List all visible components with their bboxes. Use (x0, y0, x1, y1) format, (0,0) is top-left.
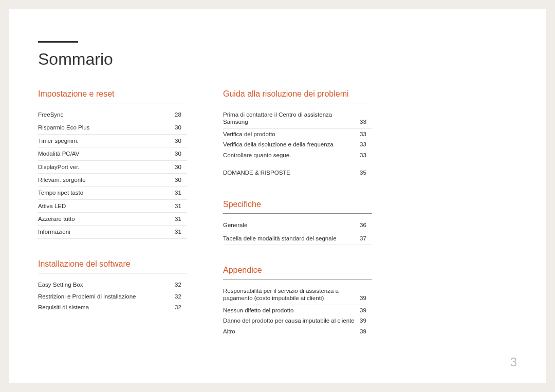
toc-entry-page: 39 (360, 294, 372, 302)
toc-section: Impostazione e resetFreeSync28Risparmio … (38, 89, 187, 239)
toc-entry-page: 33 (360, 130, 372, 138)
toc-section-heading: Appendice (223, 266, 372, 279)
toc-entry[interactable]: Azzerare tutto31 (38, 213, 187, 226)
toc-entry-page: 33 (360, 118, 372, 125)
toc-section-heading: Guida alla risoluzione dei problemi (223, 89, 372, 103)
toc-entry-label: Attiva LED (38, 202, 175, 210)
toc-entry[interactable]: Timer spegnim.30 (38, 135, 187, 147)
toc-section: SpecificheGenerale36Tabella delle modali… (223, 200, 372, 245)
toc-entry-label: Verifica della risoluzione e della frequ… (223, 141, 360, 148)
toc-entry-label: Controllare quanto segue. (223, 152, 360, 159)
toc-entry[interactable]: Prima di contattare il Centro di assiste… (223, 108, 372, 129)
toc-entry[interactable]: Risparmio Eco Plus30 (38, 121, 187, 134)
toc-entry-label: FreeSync (38, 111, 175, 118)
toc-section-heading: Impostazione e reset (38, 89, 187, 103)
toc-entry-page: 31 (175, 228, 187, 235)
toc-entry[interactable]: DOMANDE & RISPOSTE35 (223, 166, 372, 179)
toc-entry-label: Risparmio Eco Plus (38, 124, 175, 131)
toc-entry-label: Informazioni (38, 228, 175, 235)
toc-entry-page: 33 (360, 152, 372, 159)
toc-entry[interactable]: Attiva LED31 (38, 200, 187, 213)
toc-entry[interactable]: Verifica del prodotto33 (223, 129, 372, 139)
toc-entry-label: Timer spegnim. (38, 137, 175, 144)
toc-column-right: Guida alla risoluzione dei problemiPrima… (223, 89, 372, 357)
title-rule (38, 41, 78, 43)
page-title: Sommario (38, 50, 517, 69)
toc-entry-page: 32 (175, 293, 187, 300)
toc-entry-label: Generale (223, 221, 360, 229)
toc-entry[interactable]: DisplayPort ver.30 (38, 161, 187, 174)
toc-entry[interactable]: Danno del prodotto per causa imputabile … (223, 315, 372, 326)
toc-entry-page: 28 (175, 111, 187, 118)
toc-entry-label: DisplayPort ver. (38, 163, 175, 171)
toc-entry[interactable]: FreeSync28 (38, 108, 187, 121)
toc-entry[interactable]: Controllare quanto segue.33 (223, 150, 372, 160)
toc-entry-page: 31 (175, 202, 187, 210)
toc-entry-label: Altro (223, 328, 360, 335)
toc-entry-page: 30 (175, 150, 187, 157)
toc-entry[interactable]: Generale36 (223, 219, 372, 232)
toc-entry-page: 36 (360, 221, 372, 229)
toc-section: Installazione del softwareEasy Setting B… (38, 259, 187, 312)
toc-entry-page: 30 (175, 163, 187, 171)
toc-entry[interactable]: Altro39 (223, 326, 372, 337)
toc-entry-label: Prima di contattare il Centro di assiste… (223, 111, 360, 126)
document-page: Sommario Impostazione e resetFreeSync28R… (9, 9, 546, 383)
toc-entry-page: 32 (175, 281, 187, 288)
toc-entry-label: Responsabilità per il servizio di assist… (223, 287, 360, 302)
toc-entry-label: Danno del prodotto per causa imputabile … (223, 317, 360, 324)
toc-entry[interactable]: Rilevam. sorgente30 (38, 174, 187, 186)
toc-entry-page: 39 (360, 317, 372, 324)
toc-entry-page: 39 (360, 328, 372, 335)
toc-entry-label: Rilevam. sorgente (38, 176, 175, 183)
toc-entry-page: 32 (175, 304, 187, 311)
toc-columns: Impostazione e resetFreeSync28Risparmio … (38, 89, 517, 357)
toc-entry[interactable]: Easy Setting Box32 (38, 278, 187, 291)
toc-entry[interactable]: Informazioni31 (38, 226, 187, 238)
toc-entry-label: DOMANDE & RISPOSTE (223, 169, 360, 176)
toc-entry-label: Requisiti di sistema (38, 304, 175, 311)
toc-entry[interactable]: Nessun difetto del prodotto39 (223, 305, 372, 315)
toc-entry[interactable]: Responsabilità per il servizio di assist… (223, 285, 372, 305)
toc-entry-label: Restrizioni e Problemi di installazione (38, 293, 175, 300)
toc-entry-page: 30 (175, 176, 187, 183)
toc-section-heading: Specifiche (223, 200, 372, 214)
toc-entry-page: 39 (360, 307, 372, 314)
toc-entry-page: 37 (360, 235, 372, 242)
toc-section: AppendiceResponsabilità per il servizio … (223, 266, 372, 337)
toc-entry-page: 33 (360, 141, 372, 148)
toc-entry-page: 35 (360, 169, 372, 176)
toc-entry-page: 31 (175, 189, 187, 196)
toc-entry-label: Easy Setting Box (38, 281, 175, 288)
toc-entry-label: Tempo ripet tasto (38, 189, 175, 196)
toc-entry-label: Azzerare tutto (38, 215, 175, 222)
toc-entry[interactable]: Modalità PC/AV30 (38, 147, 187, 160)
toc-entry-label: Nessun difetto del prodotto (223, 307, 360, 314)
toc-entry-page: 30 (175, 137, 187, 144)
toc-entry-page: 30 (175, 124, 187, 131)
toc-entry-page: 31 (175, 215, 187, 222)
toc-entry[interactable]: Verifica della risoluzione e della frequ… (223, 139, 372, 150)
toc-entry[interactable]: Restrizioni e Problemi di installazione3… (38, 291, 187, 302)
toc-section-heading: Installazione del software (38, 259, 187, 273)
toc-entry-label: Modalità PC/AV (38, 150, 175, 157)
toc-entry[interactable]: Requisiti di sistema32 (38, 302, 187, 312)
toc-section: Guida alla risoluzione dei problemiPrima… (223, 89, 372, 179)
toc-column-left: Impostazione e resetFreeSync28Risparmio … (38, 89, 187, 357)
toc-entry-label: Verifica del prodotto (223, 130, 360, 138)
toc-entry[interactable]: Tempo ripet tasto31 (38, 186, 187, 199)
toc-entry-label: Tabella delle modalità standard del segn… (223, 235, 360, 242)
page-number: 3 (510, 355, 517, 369)
toc-entry[interactable]: Tabella delle modalità standard del segn… (223, 232, 372, 245)
